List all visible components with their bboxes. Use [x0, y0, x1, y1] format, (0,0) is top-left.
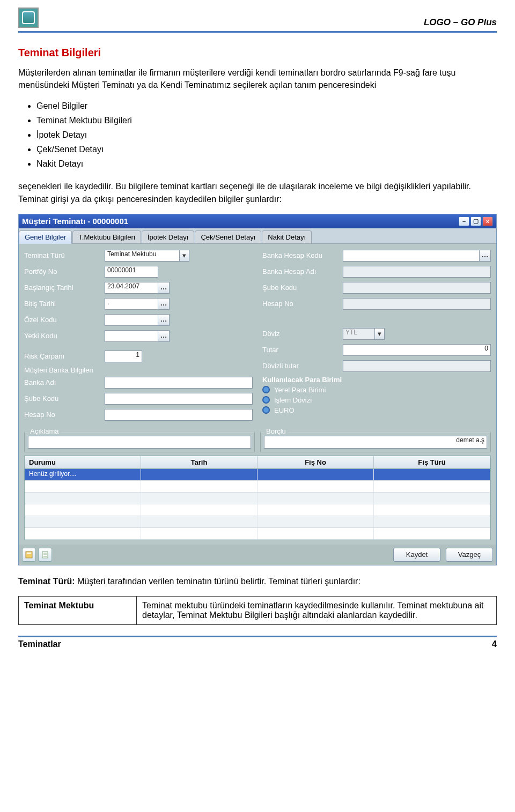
app-logo: [18, 8, 39, 28]
lookup-button[interactable]: …: [479, 250, 491, 262]
table-row[interactable]: [25, 516, 490, 528]
bitis-tarihi-label: Bitiş Tarihi: [24, 300, 105, 308]
sube-kodu-label-r: Şube Kodu: [262, 284, 343, 292]
table-row[interactable]: [25, 481, 490, 493]
intro-paragraph-2: seçenekleri ile kaydedilir. Bu bilgilere…: [18, 180, 497, 205]
ozel-kodu-input[interactable]: [105, 314, 158, 326]
tab-ceksenet[interactable]: Çek/Senet Detayı: [195, 230, 261, 243]
table-row[interactable]: [25, 528, 490, 540]
chevron-down-icon[interactable]: ▾: [180, 250, 189, 262]
baslangic-tarihi-label: Başlangıç Tarihi: [24, 284, 105, 292]
ozel-kodu-label: Özel Kodu: [24, 316, 105, 324]
table-row[interactable]: Henüz giriliyor....: [25, 469, 490, 481]
hesap-no-input[interactable]: [105, 409, 253, 421]
yetki-kodu-input[interactable]: [105, 330, 158, 342]
musteri-banka-section: Müşteri Banka Bilgileri: [24, 366, 253, 374]
maximize-button[interactable]: ▢: [470, 217, 481, 226]
sube-kodu-label: Şube Kodu: [24, 394, 105, 403]
risk-carpani-input[interactable]: 1: [105, 351, 142, 362]
table-row[interactable]: [25, 493, 490, 504]
aciklama-input[interactable]: [28, 436, 251, 449]
kaydet-button[interactable]: Kaydet: [393, 548, 440, 562]
doviz-label: Döviz: [262, 330, 343, 338]
footer-left: Teminatlar: [18, 639, 61, 649]
list-item: Genel Bilgiler: [36, 100, 497, 113]
section-title: Teminat Bilgileri: [18, 47, 497, 59]
sube-kodu-input[interactable]: [105, 393, 253, 405]
table-row[interactable]: [25, 504, 490, 516]
hesap-no-label: Hesap No: [24, 411, 105, 419]
sube-kodu-r-input: [343, 282, 491, 294]
col-durumu[interactable]: Durumu: [25, 456, 141, 468]
col-fisturu[interactable]: Fiş Türü: [374, 456, 490, 468]
yetki-kodu-label: Yetki Kodu: [24, 332, 105, 340]
bitis-tarihi-input[interactable]: .: [105, 298, 158, 310]
dialog-window: Müşteri Teminatı - 00000001 – ▢ × Genel …: [18, 214, 497, 565]
teminat-turu-label: Teminat Türü: [24, 251, 105, 259]
window-title: Müşteri Teminatı - 00000001: [22, 217, 128, 226]
close-button[interactable]: ×: [482, 217, 493, 226]
aciklama-label: Açıklama: [28, 427, 61, 435]
def-value: Teminat mektubu türündeki teminatların k…: [137, 596, 497, 624]
radio-icon: [262, 386, 270, 393]
header-rule: [18, 31, 497, 33]
date-picker-button[interactable]: …: [158, 298, 170, 310]
intro-paragraph: Müşterilerden alınan teminatlar ile firm…: [18, 66, 497, 91]
brand-text: LOGO – GO Plus: [424, 17, 497, 28]
dovizli-tutar-input: [343, 360, 491, 372]
lookup-button[interactable]: …: [158, 314, 170, 326]
portfoy-no-input[interactable]: 00000001: [105, 266, 158, 278]
dovizli-tutar-label: Dövizli tutar: [262, 362, 343, 370]
col-tarih[interactable]: Tarih: [141, 456, 258, 468]
list-item: Nakit Detayı: [36, 158, 497, 171]
toolbar-icon-1[interactable]: [22, 548, 36, 562]
baslangic-tarihi-input[interactable]: 23.04.2007: [105, 282, 158, 294]
radio-yerel-para[interactable]: Yerel Para Birimi: [262, 386, 491, 394]
svg-rect-0: [26, 552, 32, 558]
tutar-label: Tutar: [262, 346, 343, 354]
svg-rect-1: [27, 553, 31, 554]
def-key: Teminat Mektubu: [19, 596, 137, 624]
banka-hesap-kodu-input[interactable]: [343, 250, 480, 262]
tutar-input[interactable]: 0: [343, 344, 491, 356]
banka-adi-label: Banka Adı: [24, 378, 105, 386]
kpb-section: Kullanılacak Para Birimi: [262, 376, 491, 384]
footer-page: 4: [492, 639, 497, 649]
banka-hesap-kodu-label: Banka Hesap Kodu: [262, 251, 343, 259]
col-fisno[interactable]: Fiş No: [258, 456, 374, 468]
tabstrip: Genel Bilgiler T.Mektubu Bilgileri İpote…: [19, 228, 496, 244]
tab-nakit[interactable]: Nakit Detayı: [262, 230, 312, 243]
list-item: İpotek Detayı: [36, 129, 497, 142]
radio-icon: [262, 396, 270, 404]
list-item: Teminat Mektubu Bilgileri: [36, 114, 497, 128]
tab-ipotek[interactable]: İpotek Detayı: [142, 230, 195, 243]
banka-adi-input[interactable]: [105, 377, 253, 389]
date-picker-button[interactable]: …: [158, 282, 170, 294]
portfoy-no-label: Portföy No: [24, 267, 105, 275]
borclu-label: Borçlu: [264, 427, 288, 435]
vazgec-button[interactable]: Vazgeç: [446, 548, 493, 562]
hesap-no-r-input: [343, 298, 491, 310]
radio-label: İşlem Dövizi: [274, 396, 312, 404]
after-paragraph: Teminat Türü: Müşteri tarafından verilen…: [18, 575, 497, 587]
hesap-no-label-r: Hesap No: [262, 300, 343, 308]
definition-table: Teminat Mektubu Teminat mektubu türündek…: [18, 596, 497, 625]
list-item: Çek/Senet Detayı: [36, 143, 497, 157]
borclu-input[interactable]: demet a.ş: [264, 436, 487, 449]
teminat-turu-select[interactable]: Teminat Mektubu: [105, 250, 180, 262]
doviz-select[interactable]: YTL: [343, 328, 375, 340]
cell-durumu: Henüz giriliyor....: [25, 469, 141, 480]
minimize-button[interactable]: –: [459, 217, 469, 226]
radio-label: Yerel Para Birimi: [274, 386, 326, 394]
radio-icon: [262, 406, 270, 414]
toolbar-icon-2[interactable]: [38, 548, 52, 562]
radio-euro[interactable]: EURO: [262, 406, 491, 414]
radio-islem-dovizi[interactable]: İşlem Dövizi: [262, 396, 491, 404]
tab-genel-bilgiler[interactable]: Genel Bilgiler: [19, 230, 72, 244]
lookup-button[interactable]: …: [158, 330, 170, 342]
risk-carpani-label: Risk Çarpanı: [24, 352, 105, 360]
tab-tmektubu[interactable]: T.Mektubu Bilgileri: [72, 230, 141, 243]
status-grid: Durumu Tarih Fiş No Fiş Türü Henüz giril…: [24, 456, 491, 540]
banka-hesap-adi-label: Banka Hesap Adı: [262, 267, 343, 275]
chevron-down-icon[interactable]: ▾: [375, 328, 385, 340]
